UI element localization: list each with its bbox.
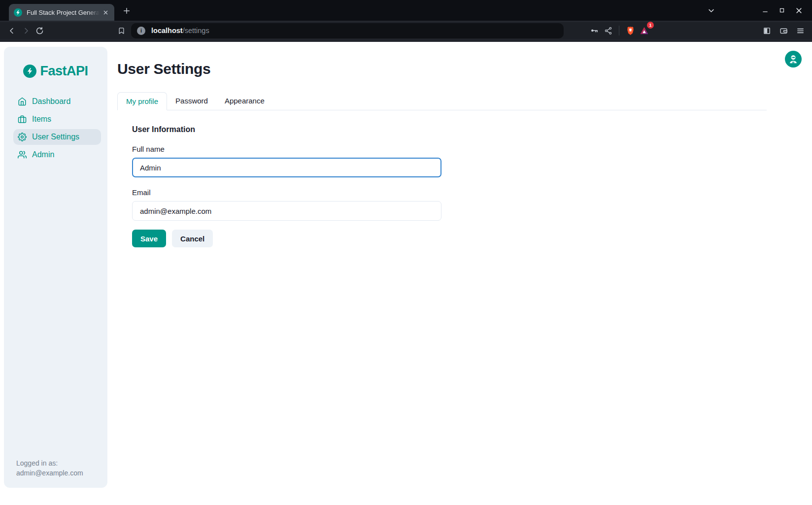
fastapi-logo: FastAPI (4, 64, 107, 79)
sidebar-item-items[interactable]: Items (13, 111, 101, 127)
back-icon[interactable] (5, 24, 19, 37)
tab-my-profile[interactable]: My profile (117, 92, 167, 110)
cancel-button[interactable]: Cancel (172, 230, 213, 247)
sidebar-toggle-icon[interactable] (760, 24, 774, 37)
tab-close-icon[interactable] (101, 8, 110, 17)
fastapi-favicon-icon (14, 8, 22, 17)
settings-tab-list: My profile Password Appearance (117, 92, 767, 110)
new-tab-button[interactable] (120, 4, 133, 17)
main-content: User Settings My profile Password Appear… (117, 42, 767, 247)
full-name-input[interactable] (132, 158, 441, 177)
save-button[interactable]: Save (132, 230, 166, 247)
browser-toolbar: i localhost/settings 1 (0, 21, 812, 39)
logged-in-email: admin@example.com (16, 468, 83, 478)
gear-icon (18, 133, 27, 141)
sidebar-item-label: User Settings (32, 133, 79, 141)
fastapi-bolt-icon (23, 65, 36, 78)
browser-tab-bar: Full Stack Project Genera (0, 0, 812, 21)
minimize-icon[interactable] (759, 4, 772, 17)
maximize-icon[interactable] (776, 4, 788, 17)
user-astronaut-icon (788, 54, 798, 64)
sidebar-item-label: Items (32, 115, 51, 124)
tab-password[interactable]: Password (167, 92, 216, 110)
toolbar-separator (619, 26, 619, 35)
tab-search-icon[interactable] (705, 4, 717, 17)
section-title: User Information (132, 125, 767, 134)
email-input[interactable] (132, 201, 441, 221)
logged-in-as: Logged in as: admin@example.com (16, 458, 83, 478)
tab-title: Full Stack Project Genera (27, 9, 101, 16)
rewards-badge: 1 (647, 22, 654, 29)
briefcase-icon (18, 115, 27, 124)
toolbar-right-group (760, 24, 807, 37)
url-text: localhost/settings (151, 27, 209, 34)
brave-shields-icon[interactable] (623, 24, 637, 37)
web-page: FastAPI Dashboard Items User Settings (0, 42, 812, 505)
sidebar-item-dashboard[interactable]: Dashboard (13, 94, 101, 109)
saved-passwords-key-icon[interactable] (587, 24, 601, 37)
user-menu-button[interactable] (785, 51, 802, 67)
app-sidebar: FastAPI Dashboard Items User Settings (4, 47, 107, 488)
profile-form: User Information Full name Email Save Ca… (117, 125, 767, 247)
url-path: /settings (183, 27, 209, 34)
brave-rewards-icon[interactable]: 1 (637, 24, 651, 37)
bookmark-icon[interactable] (114, 24, 128, 37)
sidebar-nav: Dashboard Items User Settings Admin (4, 94, 107, 165)
address-bar[interactable]: i localhost/settings (131, 23, 564, 38)
logged-in-label: Logged in as: (16, 458, 83, 468)
sidebar-item-user-settings[interactable]: User Settings (13, 129, 101, 145)
users-icon (18, 150, 27, 159)
share-icon[interactable] (601, 24, 615, 37)
wallet-icon[interactable] (777, 24, 790, 37)
sidebar-item-label: Admin (32, 150, 54, 159)
sidebar-item-admin[interactable]: Admin (13, 147, 101, 163)
sidebar-item-label: Dashboard (32, 97, 70, 106)
home-icon (18, 97, 27, 106)
page-title: User Settings (117, 61, 767, 77)
close-window-icon[interactable] (792, 4, 805, 17)
reload-icon[interactable] (33, 24, 46, 37)
site-info-icon[interactable]: i (137, 27, 145, 35)
browser-tab[interactable]: Full Stack Project Genera (9, 4, 114, 21)
menu-icon[interactable] (793, 24, 807, 37)
tab-appearance[interactable]: Appearance (216, 92, 273, 110)
full-name-label: Full name (132, 145, 767, 153)
forward-icon[interactable] (19, 24, 33, 37)
window-controls (705, 0, 805, 21)
logo-text: FastAPI (40, 64, 88, 79)
url-host: localhost (151, 27, 183, 34)
email-label: Email (132, 188, 767, 197)
form-actions: Save Cancel (132, 230, 767, 247)
